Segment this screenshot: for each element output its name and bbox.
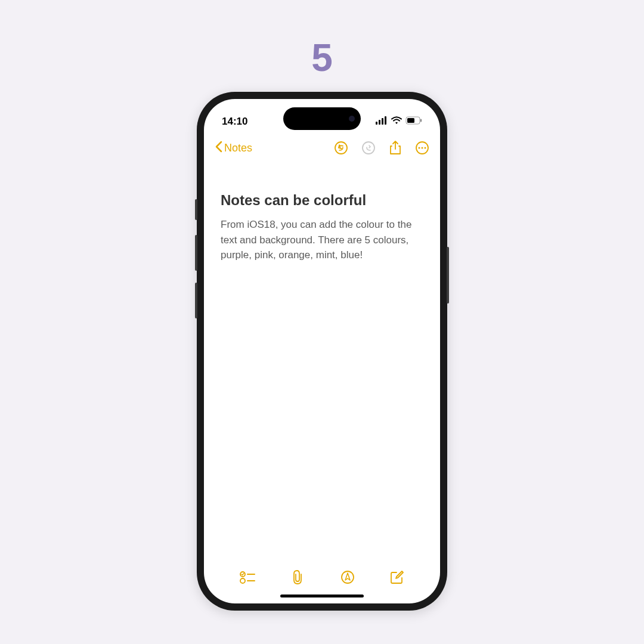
note-content[interactable]: Notes can be colorful From iOS18, you ca… bbox=[204, 162, 440, 559]
phone-button-volume-down bbox=[195, 283, 197, 318]
phone-button-power bbox=[447, 247, 449, 304]
svg-point-14 bbox=[240, 578, 245, 583]
nav-actions bbox=[334, 140, 429, 156]
undo-button[interactable] bbox=[334, 141, 348, 155]
phone-frame: 14:10 bbox=[197, 92, 447, 611]
attachment-button[interactable] bbox=[290, 569, 305, 587]
status-time: 14:10 bbox=[222, 116, 247, 128]
navigation-bar: Notes bbox=[204, 134, 440, 162]
dynamic-island bbox=[283, 107, 361, 130]
svg-point-7 bbox=[335, 142, 347, 154]
note-body[interactable]: From iOS18, you can add the colour to th… bbox=[221, 217, 423, 263]
cellular-icon bbox=[376, 116, 388, 127]
camera-dot bbox=[349, 116, 355, 122]
svg-rect-6 bbox=[420, 119, 422, 122]
markup-button[interactable] bbox=[340, 570, 355, 587]
svg-point-11 bbox=[422, 147, 423, 149]
svg-point-10 bbox=[419, 147, 420, 149]
status-icons bbox=[376, 116, 422, 127]
screen: 14:10 bbox=[204, 99, 440, 603]
wifi-icon bbox=[391, 116, 402, 127]
share-button[interactable] bbox=[389, 140, 402, 156]
svg-point-8 bbox=[363, 142, 374, 154]
back-label: Notes bbox=[224, 142, 252, 154]
chevron-left-icon bbox=[215, 141, 223, 156]
svg-point-12 bbox=[425, 147, 426, 149]
page-number: 5 bbox=[311, 36, 333, 80]
svg-rect-5 bbox=[407, 118, 414, 123]
note-title[interactable]: Notes can be colorful bbox=[221, 192, 423, 209]
phone-button-volume-up bbox=[195, 235, 197, 271]
svg-rect-1 bbox=[379, 120, 380, 125]
battery-icon bbox=[405, 116, 422, 127]
bottom-toolbar bbox=[204, 559, 440, 595]
svg-rect-0 bbox=[376, 122, 377, 125]
checklist-button[interactable] bbox=[240, 571, 255, 586]
more-button[interactable] bbox=[415, 141, 429, 155]
svg-rect-2 bbox=[382, 118, 383, 125]
phone-button-silence bbox=[195, 199, 197, 220]
home-indicator[interactable] bbox=[280, 595, 364, 597]
back-button[interactable]: Notes bbox=[215, 141, 252, 156]
svg-rect-3 bbox=[385, 116, 386, 125]
redo-button[interactable] bbox=[361, 141, 376, 155]
compose-button[interactable] bbox=[390, 570, 404, 587]
